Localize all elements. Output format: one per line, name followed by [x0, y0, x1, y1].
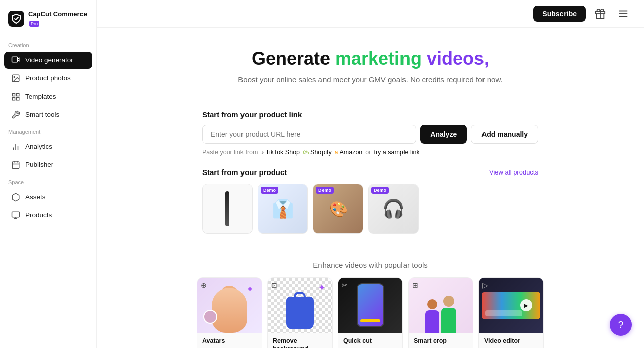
person-2 [441, 296, 456, 333]
sidebar-item-label: Assets [25, 193, 46, 201]
video-icon [11, 56, 20, 65]
capcut-logo-icon [8, 11, 24, 27]
photo-icon [11, 74, 20, 83]
product-cards: 👔 Demo 🎨 Demo 🎧 Demo [202, 184, 538, 234]
sidebar-item-assets[interactable]: Assets [4, 189, 92, 206]
paste-hint-text: Paste your link from [202, 149, 258, 156]
shopify-link[interactable]: Shopify [310, 149, 332, 156]
subscribe-button[interactable]: Subscribe [533, 6, 586, 22]
sidebar-item-label: Analytics [25, 143, 52, 150]
hero-section: Generate marketing videos, Boost your on… [97, 28, 644, 110]
remove-bg-illustration: ⊡ ✦ [268, 278, 332, 333]
products-icon [11, 211, 20, 220]
publisher-icon [11, 160, 20, 169]
product-card-shirt[interactable]: 👔 Demo [258, 184, 308, 234]
avatars-illustration: ⊕ ✦ [197, 278, 262, 333]
hero-subtitle: Boost your online sales and meet your GM… [109, 75, 632, 84]
sidebar: CapCut Commerce Pro Creation Video gener… [0, 0, 97, 348]
sidebar-item-label: Smart tools [25, 111, 59, 118]
add-manually-button[interactable]: Add manually [471, 125, 538, 144]
logo-text: CapCut Commerce [28, 10, 87, 18]
url-input-section: Start from your product link Analyze Add… [194, 110, 546, 156]
crop-icon: ⊞ [412, 281, 418, 289]
smart-crop-image: ⊞ [409, 278, 473, 333]
demo-badge: Demo [371, 187, 389, 194]
demo-badge: Demo [261, 187, 278, 194]
person-head [443, 296, 454, 307]
scissors-icon: ✂ [342, 281, 348, 289]
video-editor-image: ▷ ▶ [479, 278, 543, 333]
sidebar-item-label: Publisher [25, 161, 53, 168]
person-head [427, 299, 437, 309]
demo-badge: Demo [316, 187, 334, 194]
view-all-link[interactable]: View all products [489, 168, 538, 176]
sidebar-item-analytics[interactable]: Analytics [4, 138, 92, 155]
removebg-icon: ⊡ [271, 281, 277, 289]
amazon-link[interactable]: Amazon [339, 149, 362, 156]
tool-card-label: Remove background [268, 333, 332, 348]
play-overlay: ▶ [520, 299, 532, 311]
smart-crop-illustration: ⊞ [409, 278, 473, 333]
enhance-title: Enhance videos with popular tools [196, 260, 544, 269]
url-input-row: Analyze Add manually [202, 125, 538, 144]
person-body [425, 310, 439, 333]
help-icon: ? [618, 319, 623, 331]
sidebar-section-creation: Creation [0, 37, 96, 51]
tool-card-label: Avatars [197, 333, 262, 348]
tool-card-label: Quick cut [338, 333, 403, 348]
sidebar-item-video-generator[interactable]: Video generator [4, 52, 92, 69]
or-text: or [365, 149, 371, 156]
svg-point-3 [14, 76, 15, 77]
amazon-platform: a Amazon [335, 149, 363, 156]
tool-card-quick-cut[interactable]: ✂ Quick cut [338, 277, 403, 348]
tool-card-label: Smart crop [409, 333, 473, 348]
editor-icon: ▷ [482, 281, 488, 289]
shopify-icon: 🛍 [303, 149, 309, 156]
person-body [441, 308, 456, 333]
sidebar-section-management: Management [0, 124, 96, 138]
amazon-icon: a [335, 149, 338, 156]
sidebar-item-templates[interactable]: Templates [4, 88, 92, 105]
svg-rect-15 [12, 212, 20, 217]
analyze-button[interactable]: Analyze [420, 125, 467, 144]
tiktok-shop-link[interactable]: TikTok Shop [266, 149, 300, 156]
svg-rect-7 [17, 97, 19, 100]
tool-card-label: Video editor [479, 333, 543, 348]
app-logo: CapCut Commerce Pro [0, 6, 96, 37]
analytics-icon [11, 142, 20, 151]
product-card-makeup[interactable]: 🎨 Demo [313, 184, 363, 234]
svg-rect-5 [17, 93, 19, 96]
sidebar-item-label: Products [25, 211, 52, 219]
help-button[interactable]: ? [610, 314, 632, 336]
tool-card-video-editor[interactable]: ▷ ▶ Video editor [478, 277, 544, 348]
sidebar-item-publisher[interactable]: Publisher [4, 156, 92, 173]
tool-cards: ⊕ ✦ Avatars ⊡ [196, 277, 544, 348]
svg-rect-11 [12, 162, 19, 169]
sample-link[interactable]: try a sample link [374, 149, 419, 156]
product-card-pen[interactable] [202, 184, 253, 234]
avatar-figure [212, 288, 247, 333]
people-group [425, 296, 456, 333]
video-strip: ▶ [482, 292, 540, 319]
menu-icon-button[interactable] [615, 5, 632, 22]
avatar-icon: ⊕ [201, 281, 207, 289]
sidebar-item-label: Templates [25, 93, 56, 100]
url-section-label: Start from your product link [202, 110, 538, 119]
hero-title-generate: Generate [252, 48, 335, 69]
tool-card-remove-background[interactable]: ⊡ ✦ Remove background [267, 277, 333, 348]
tool-card-avatars[interactable]: ⊕ ✦ Avatars [197, 277, 262, 348]
product-card-headphones[interactable]: 🎧 Demo [368, 184, 419, 234]
products-section: Start from your product View all product… [194, 168, 546, 234]
sidebar-item-products[interactable]: Products [4, 207, 92, 224]
sidebar-item-smart-tools[interactable]: Smart tools [4, 106, 92, 123]
product-url-input[interactable] [202, 125, 416, 144]
hero-title-marketing: marketing [335, 48, 422, 69]
plan-badge: Pro [29, 21, 39, 27]
svg-rect-6 [12, 97, 15, 100]
gift-icon-button[interactable] [592, 5, 609, 22]
tool-card-smart-crop[interactable]: ⊞ Smart crop [408, 277, 473, 348]
tiktok-platform: ♪ TikTok Shop [261, 149, 300, 156]
main-content: Subscribe Generate marketing videos, Boo… [97, 0, 644, 348]
sidebar-item-product-photos[interactable]: Product photos [4, 70, 92, 87]
timeline-bar [360, 319, 380, 322]
